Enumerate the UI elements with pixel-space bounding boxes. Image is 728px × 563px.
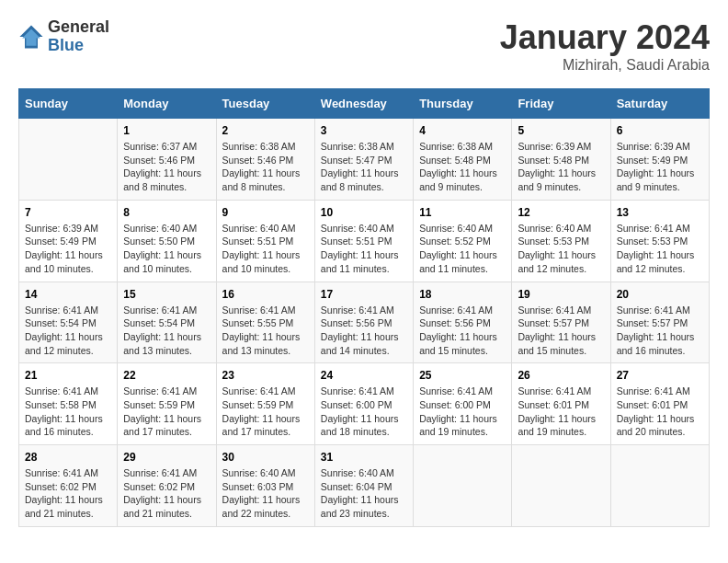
- calendar-cell: 4Sunrise: 6:38 AMSunset: 5:48 PMDaylight…: [414, 119, 512, 201]
- header-monday: Monday: [118, 89, 216, 119]
- day-info: Sunrise: 6:40 AMSunset: 6:04 PMDaylight:…: [321, 466, 407, 521]
- day-info: Sunrise: 6:41 AMSunset: 6:00 PMDaylight:…: [419, 385, 506, 439]
- week-row-4: 21Sunrise: 6:41 AMSunset: 5:58 PMDayligh…: [19, 363, 710, 445]
- header-friday: Friday: [512, 89, 610, 119]
- day-number: 19: [518, 288, 604, 301]
- day-number: 9: [222, 206, 309, 219]
- day-info: Sunrise: 6:40 AMSunset: 5:52 PMDaylight:…: [419, 222, 506, 276]
- day-info: Sunrise: 6:41 AMSunset: 5:59 PMDaylight:…: [123, 385, 210, 439]
- day-number: 14: [25, 288, 111, 301]
- day-info: Sunrise: 6:39 AMSunset: 5:48 PMDaylight:…: [518, 140, 604, 194]
- day-number: 22: [123, 369, 210, 382]
- calendar-cell: 22Sunrise: 6:41 AMSunset: 5:59 PMDayligh…: [118, 363, 216, 445]
- calendar-cell: 26Sunrise: 6:41 AMSunset: 6:01 PMDayligh…: [512, 363, 610, 445]
- logo-icon: [18, 24, 44, 50]
- month-title: January 2024: [500, 18, 710, 57]
- logo-blue-text: Blue: [48, 37, 109, 55]
- calendar-cell: 16Sunrise: 6:41 AMSunset: 5:55 PMDayligh…: [216, 282, 314, 363]
- logo: General Blue: [18, 18, 109, 55]
- day-number: 7: [25, 206, 111, 219]
- header-tuesday: Tuesday: [216, 89, 314, 119]
- calendar-cell: 3Sunrise: 6:38 AMSunset: 5:47 PMDaylight…: [314, 119, 413, 201]
- calendar-cell: 12Sunrise: 6:40 AMSunset: 5:53 PMDayligh…: [512, 200, 610, 282]
- logo-text: General Blue: [48, 18, 109, 55]
- day-number: 25: [419, 369, 506, 382]
- day-number: 5: [518, 124, 604, 137]
- day-info: Sunrise: 6:41 AMSunset: 6:01 PMDaylight:…: [518, 385, 604, 439]
- header-row: SundayMondayTuesdayWednesdayThursdayFrid…: [19, 89, 710, 119]
- day-info: Sunrise: 6:41 AMSunset: 5:57 PMDaylight:…: [518, 304, 604, 358]
- day-number: 27: [617, 369, 703, 382]
- week-row-1: 1Sunrise: 6:37 AMSunset: 5:46 PMDaylight…: [19, 119, 710, 201]
- day-info: Sunrise: 6:41 AMSunset: 5:56 PMDaylight:…: [321, 304, 407, 358]
- day-info: Sunrise: 6:39 AMSunset: 5:49 PMDaylight:…: [25, 222, 111, 276]
- day-number: 21: [25, 369, 111, 382]
- day-info: Sunrise: 6:41 AMSunset: 5:59 PMDaylight:…: [222, 385, 309, 439]
- calendar-cell: 13Sunrise: 6:41 AMSunset: 5:53 PMDayligh…: [610, 200, 709, 282]
- day-info: Sunrise: 6:41 AMSunset: 6:02 PMDaylight:…: [25, 466, 111, 521]
- day-info: Sunrise: 6:41 AMSunset: 6:00 PMDaylight:…: [321, 385, 407, 439]
- calendar-cell: 19Sunrise: 6:41 AMSunset: 5:57 PMDayligh…: [512, 282, 610, 363]
- day-number: 15: [123, 288, 210, 301]
- day-number: 20: [617, 288, 703, 301]
- calendar-cell: 9Sunrise: 6:40 AMSunset: 5:51 PMDaylight…: [216, 200, 314, 282]
- day-number: 17: [321, 288, 407, 301]
- day-number: 4: [419, 124, 506, 137]
- day-info: Sunrise: 6:39 AMSunset: 5:49 PMDaylight:…: [617, 140, 703, 194]
- day-info: Sunrise: 6:41 AMSunset: 6:01 PMDaylight:…: [617, 385, 703, 439]
- calendar-cell: [512, 445, 610, 527]
- day-info: Sunrise: 6:41 AMSunset: 5:57 PMDaylight:…: [617, 304, 703, 358]
- calendar-cell: 11Sunrise: 6:40 AMSunset: 5:52 PMDayligh…: [414, 200, 512, 282]
- calendar-cell: 2Sunrise: 6:38 AMSunset: 5:46 PMDaylight…: [216, 119, 314, 201]
- calendar-cell: [414, 445, 512, 527]
- calendar-cell: 20Sunrise: 6:41 AMSunset: 5:57 PMDayligh…: [610, 282, 709, 363]
- calendar-cell: 29Sunrise: 6:41 AMSunset: 6:02 PMDayligh…: [118, 445, 216, 527]
- calendar-cell: [19, 119, 118, 201]
- day-number: 18: [419, 288, 506, 301]
- week-row-5: 28Sunrise: 6:41 AMSunset: 6:02 PMDayligh…: [19, 445, 710, 527]
- day-info: Sunrise: 6:37 AMSunset: 5:46 PMDaylight:…: [123, 140, 210, 194]
- day-number: 28: [25, 451, 111, 464]
- day-info: Sunrise: 6:41 AMSunset: 5:55 PMDaylight:…: [222, 304, 309, 358]
- header-thursday: Thursday: [414, 89, 512, 119]
- header-sunday: Sunday: [19, 89, 118, 119]
- calendar-cell: 17Sunrise: 6:41 AMSunset: 5:56 PMDayligh…: [314, 282, 413, 363]
- day-info: Sunrise: 6:38 AMSunset: 5:48 PMDaylight:…: [419, 140, 506, 194]
- day-number: 6: [617, 124, 703, 137]
- header-saturday: Saturday: [610, 89, 709, 119]
- calendar-cell: 18Sunrise: 6:41 AMSunset: 5:56 PMDayligh…: [414, 282, 512, 363]
- day-info: Sunrise: 6:38 AMSunset: 5:47 PMDaylight:…: [321, 140, 407, 194]
- calendar-cell: 21Sunrise: 6:41 AMSunset: 5:58 PMDayligh…: [19, 363, 118, 445]
- calendar-cell: [610, 445, 709, 527]
- calendar-cell: 24Sunrise: 6:41 AMSunset: 6:00 PMDayligh…: [314, 363, 413, 445]
- day-number: 26: [518, 369, 604, 382]
- calendar-cell: 27Sunrise: 6:41 AMSunset: 6:01 PMDayligh…: [610, 363, 709, 445]
- day-info: Sunrise: 6:40 AMSunset: 5:51 PMDaylight:…: [321, 222, 407, 276]
- day-info: Sunrise: 6:41 AMSunset: 5:54 PMDaylight:…: [123, 304, 210, 358]
- header-wednesday: Wednesday: [314, 89, 413, 119]
- day-number: 31: [321, 451, 407, 464]
- calendar-cell: 30Sunrise: 6:40 AMSunset: 6:03 PMDayligh…: [216, 445, 314, 527]
- calendar-cell: 31Sunrise: 6:40 AMSunset: 6:04 PMDayligh…: [314, 445, 413, 527]
- calendar-cell: 1Sunrise: 6:37 AMSunset: 5:46 PMDaylight…: [118, 119, 216, 201]
- page-header: General Blue January 2024 Mizhirah, Saud…: [18, 18, 710, 74]
- day-info: Sunrise: 6:41 AMSunset: 5:58 PMDaylight:…: [25, 385, 111, 439]
- day-number: 10: [321, 206, 407, 219]
- day-number: 23: [222, 369, 309, 382]
- day-number: 24: [321, 369, 407, 382]
- day-info: Sunrise: 6:41 AMSunset: 5:53 PMDaylight:…: [617, 222, 703, 276]
- calendar-cell: 10Sunrise: 6:40 AMSunset: 5:51 PMDayligh…: [314, 200, 413, 282]
- day-info: Sunrise: 6:41 AMSunset: 5:56 PMDaylight:…: [419, 304, 506, 358]
- day-number: 16: [222, 288, 309, 301]
- week-row-2: 7Sunrise: 6:39 AMSunset: 5:49 PMDaylight…: [19, 200, 710, 282]
- calendar-cell: 23Sunrise: 6:41 AMSunset: 5:59 PMDayligh…: [216, 363, 314, 445]
- day-info: Sunrise: 6:40 AMSunset: 5:50 PMDaylight:…: [123, 222, 210, 276]
- day-number: 1: [123, 124, 210, 137]
- day-number: 29: [123, 451, 210, 464]
- location: Mizhirah, Saudi Arabia: [500, 57, 710, 74]
- calendar-cell: 25Sunrise: 6:41 AMSunset: 6:00 PMDayligh…: [414, 363, 512, 445]
- day-number: 13: [617, 206, 703, 219]
- calendar-cell: 14Sunrise: 6:41 AMSunset: 5:54 PMDayligh…: [19, 282, 118, 363]
- calendar-table: SundayMondayTuesdayWednesdayThursdayFrid…: [18, 88, 710, 527]
- title-section: January 2024 Mizhirah, Saudi Arabia: [500, 18, 710, 74]
